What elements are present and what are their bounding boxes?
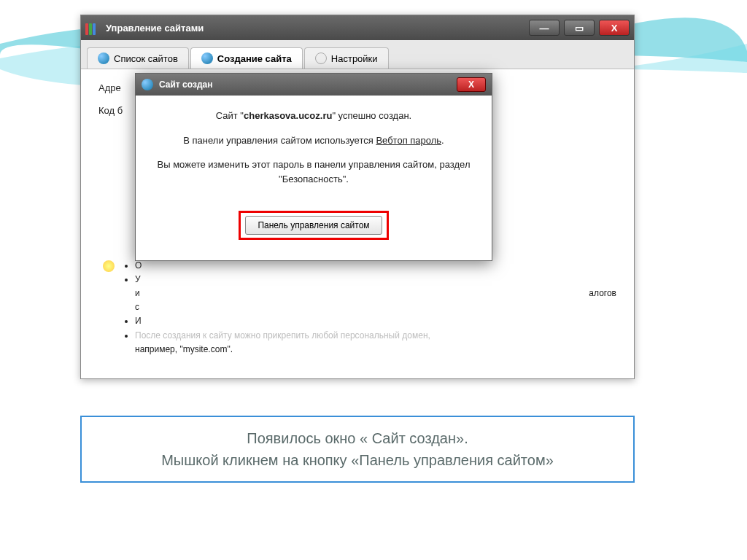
- tips-area: О У и алогов с И После создания к сайту …: [98, 259, 616, 357]
- tab-bar: Список сайтов Создание сайта Настройки: [81, 40, 634, 69]
- main-titlebar: Управление сайтами — ▭ X: [81, 15, 634, 40]
- tab-create-site[interactable]: Создание сайта: [190, 47, 303, 69]
- tip-item: И: [135, 314, 616, 328]
- control-panel-button[interactable]: Панель управления сайтом: [245, 216, 382, 235]
- tab-label: Создание сайта: [217, 53, 292, 64]
- wrench-icon: [315, 52, 327, 64]
- dialog-title: Сайт создан: [159, 79, 457, 90]
- lightbulb-icon: [103, 260, 115, 272]
- globe-plus-icon: [201, 52, 213, 64]
- tip-item: После создания к сайту можно прикрепить …: [135, 329, 616, 357]
- caption-line-2: Мышкой кликнем на кнопку «Панель управле…: [96, 449, 619, 471]
- dialog-body: Сайт "cherkasova.ucoz.ru" успешно создан…: [136, 96, 492, 260]
- tip-text: и: [135, 288, 140, 298]
- globe-icon: [142, 79, 153, 90]
- close-button[interactable]: X: [599, 20, 630, 36]
- dialog-message-3: Вы можете изменить этот пароль в панели …: [153, 158, 474, 186]
- tab-settings[interactable]: Настройки: [304, 47, 389, 69]
- highlighted-button-frame: Панель управления сайтом: [239, 211, 388, 240]
- dialog-site-created: Сайт создан X Сайт "cherkasova.ucoz.ru" …: [135, 73, 492, 261]
- tab-site-list[interactable]: Список сайтов: [87, 47, 189, 69]
- webtop-password-link[interactable]: Вебтоп пароль: [376, 135, 441, 146]
- tip-text: с: [135, 300, 616, 314]
- globe-icon: [98, 52, 109, 64]
- dialog-message-1: Сайт "cherkasova.ucoz.ru" успешно создан…: [153, 109, 474, 123]
- minimize-button[interactable]: —: [529, 20, 560, 36]
- dialog-close-button[interactable]: X: [457, 77, 486, 92]
- tab-label: Список сайтов: [114, 53, 178, 64]
- dialog-titlebar: Сайт создан X: [136, 74, 492, 96]
- tip-item: У: [135, 273, 616, 287]
- tip-text: алогов: [589, 287, 616, 300]
- window-title: Управление сайтами: [106, 23, 529, 34]
- maximize-button[interactable]: ▭: [564, 20, 595, 36]
- dialog-message-2: В панели управления сайтом используется …: [153, 133, 474, 148]
- caption-line-1: Появилось окно « Сайт создан».: [96, 427, 619, 449]
- tab-label: Настройки: [331, 53, 378, 64]
- window-controls: — ▭ X: [529, 20, 630, 36]
- instruction-caption: Появилось окно « Сайт создан». Мышкой кл…: [80, 416, 635, 483]
- app-icon: [85, 20, 100, 35]
